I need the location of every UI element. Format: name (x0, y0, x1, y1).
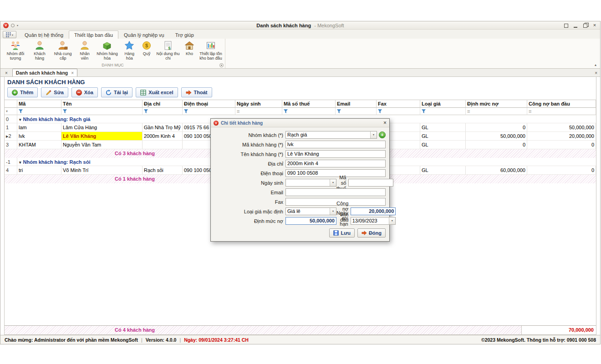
ribbon-item-noi-dung-thu-chi[interactable]: $ Nội dung thu chi (155, 40, 181, 61)
ngay-sinh-datepicker[interactable]: ▾ (285, 179, 336, 187)
cell-dia-chi[interactable]: 2000m Kinh 4 (143, 132, 183, 141)
cell-ten-highlighted[interactable]: Lê Văn Kháng (61, 132, 143, 141)
column-header-loai-gia[interactable]: Loại giá (420, 100, 466, 108)
ribbon-item-kho[interactable]: Kho (181, 40, 198, 56)
fax-input[interactable] (285, 198, 386, 206)
cell-ma[interactable]: lvk (17, 132, 61, 141)
ten-khach-hang-input[interactable]: Lê Văn Kháng (285, 150, 386, 158)
exit-button[interactable]: Thoát (181, 87, 212, 97)
filter-fax[interactable] (377, 108, 420, 115)
chevron-down-icon[interactable]: ▾ (330, 179, 336, 186)
email-input[interactable] (285, 188, 386, 196)
application-menu-button[interactable]: ▾ (3, 31, 16, 38)
filter-ma-so-thue[interactable] (282, 108, 336, 115)
cell-ten[interactable]: Lâm Cửa Hàng (61, 123, 143, 132)
cell-ten[interactable]: Nguyễn Văn Tam (61, 141, 143, 149)
filter-dinh-muc-no[interactable]: = (466, 108, 527, 115)
ribbon-item-thiet-lap-ton-kho[interactable]: Thiết lập tồn kho ban đầu (198, 40, 224, 61)
restore-button[interactable] (582, 23, 588, 28)
ribbon-tab-system[interactable]: Quản trị hệ thống (19, 30, 69, 39)
ribbon-tab-help[interactable]: Trợ giúp (170, 30, 199, 39)
minimize-button[interactable] (573, 23, 578, 28)
filter-cong-no[interactable]: = (527, 108, 596, 115)
chevron-down-icon[interactable]: ▾ (370, 131, 377, 138)
cell-loai-gia[interactable]: GL (420, 166, 466, 175)
ngay-toi-han-datepicker[interactable]: 13/09/2023 ▾ (351, 217, 396, 225)
dinh-muc-no-input[interactable]: 50,000,000 (285, 217, 336, 225)
cell-ten[interactable]: Võ Minh Trí (61, 166, 143, 175)
ribbon-collapse-button[interactable]: ▴ (595, 63, 596, 67)
save-button[interactable]: Lưu (329, 228, 354, 238)
add-group-button[interactable]: + (379, 131, 386, 138)
cell-loai-gia[interactable]: GL (420, 141, 466, 149)
fullscreen-button[interactable] (563, 23, 569, 28)
edit-button[interactable]: Sửa (41, 87, 68, 97)
ribbon-item-nhom-doi-tuong[interactable]: Nhóm đối tượng (2, 40, 29, 61)
reload-button[interactable]: Tải lại (101, 87, 132, 97)
dialog-close-button[interactable]: × (383, 120, 387, 126)
cell-dia-chi[interactable]: Rạch sỏi (143, 166, 183, 175)
cell-loai-gia[interactable]: GL (420, 132, 466, 141)
column-header-dia-chi[interactable]: Địa chỉ (143, 100, 183, 108)
cell-loai-gia[interactable]: GL (420, 123, 466, 132)
collapse-triangle-icon[interactable]: ▾ (19, 117, 21, 122)
quick-access-dropdown-icon[interactable]: ▾ (17, 24, 18, 27)
cell-dinh-muc-no[interactable]: 60,000,000 (466, 166, 527, 175)
close-all-tabs-button[interactable]: × (5, 71, 8, 76)
chevron-down-icon[interactable]: ▾ (330, 208, 336, 215)
column-header-ngay-sinh[interactable]: Ngày sinh (235, 100, 282, 108)
ma-khach-hang-input[interactable]: lvk (285, 141, 386, 148)
tab-danh-sach-khach-hang[interactable]: Danh sách khách hàng × (12, 69, 77, 76)
column-header-cong-no[interactable]: Công nợ ban đầu (527, 100, 596, 108)
delete-button[interactable]: − Xóa (71, 87, 98, 97)
cell-dinh-muc-no[interactable]: 0 (466, 141, 527, 149)
ribbon-item-nhan-vien[interactable]: Nhân viên (75, 40, 94, 61)
cell-dinh-muc-no[interactable]: 50,000,000 (466, 132, 527, 141)
filter-loai-gia[interactable] (420, 108, 466, 115)
tab-close-icon[interactable]: × (71, 71, 74, 76)
cell-cong-no[interactable]: 0 (527, 141, 596, 149)
ribbon-item-quy[interactable]: $ Quỹ (138, 40, 155, 56)
cell-ma[interactable]: tri (17, 166, 61, 175)
ribbon-tab-setup[interactable]: Thiết lập ban đầu (69, 30, 118, 39)
cell-dia-chi[interactable]: Gần Nhà Trọ Mỹ X... (143, 123, 183, 132)
filter-dien-thoai[interactable] (183, 108, 235, 115)
filter-ten[interactable] (61, 108, 143, 115)
filter-corner[interactable]: ▾ (5, 108, 17, 115)
column-header-ma-so-thue[interactable]: Mã số thuế (282, 100, 336, 108)
chevron-down-icon[interactable]: ▾ (389, 217, 395, 224)
cell-cong-no[interactable]: 20,000,000 (527, 132, 596, 141)
close-window-button[interactable]: × (592, 23, 597, 28)
column-header-ten[interactable]: Tên (61, 100, 143, 108)
ribbon-item-khach-hang[interactable]: Khách hàng (29, 40, 51, 61)
ribbon-tab-operations[interactable]: Quản lý nghiệp vụ (118, 30, 170, 39)
filter-ma[interactable] (17, 108, 61, 115)
group-dialog-launcher[interactable] (219, 63, 224, 67)
ribbon-item-hang-hoa[interactable]: Hàng hóa (120, 40, 138, 61)
quick-access-icon[interactable] (11, 24, 15, 27)
dia-chi-input[interactable]: 2000m Kinh 4 (285, 160, 386, 167)
filter-ngay-sinh[interactable]: = (235, 108, 282, 115)
add-button[interactable]: + Thêm (7, 87, 38, 97)
export-excel-button[interactable]: Xuất excel (136, 87, 178, 97)
cell-dia-chi[interactable] (143, 141, 183, 149)
close-button[interactable]: Đóng (357, 228, 386, 238)
cell-ma[interactable]: lam (17, 123, 61, 132)
column-header-dien-thoai[interactable]: Điện thoại (183, 100, 235, 108)
cell-cong-no[interactable]: 0 (527, 166, 596, 175)
cong-no-ban-dau-input[interactable]: 20,000,000 (351, 207, 396, 215)
column-header-email[interactable]: Email (336, 100, 377, 108)
loai-gia-combobox[interactable]: Giá lẻ ▾ (285, 207, 336, 215)
nhom-khach-combobox[interactable]: Rạch giá ▾ (285, 131, 377, 139)
collapse-triangle-icon[interactable]: ▾ (19, 160, 21, 165)
column-header-fax[interactable]: Fax (377, 100, 420, 108)
cell-cong-no[interactable]: 50,000,000 (527, 123, 596, 132)
ribbon-item-nhom-hang-hoa[interactable]: Nhóm hàng hóa (94, 40, 120, 61)
column-header-dinh-muc-no[interactable]: Định mức nợ (466, 100, 527, 108)
close-document-button[interactable]: × (595, 71, 597, 76)
dien-thoai-input[interactable]: 090 100 0508 (285, 169, 386, 177)
ribbon-item-nha-cung-cap[interactable]: Nhà cung cấp (51, 40, 76, 61)
ma-so-thue-input[interactable] (348, 179, 393, 187)
filter-email[interactable] (336, 108, 377, 115)
column-header-ma[interactable]: Mã (17, 100, 61, 108)
